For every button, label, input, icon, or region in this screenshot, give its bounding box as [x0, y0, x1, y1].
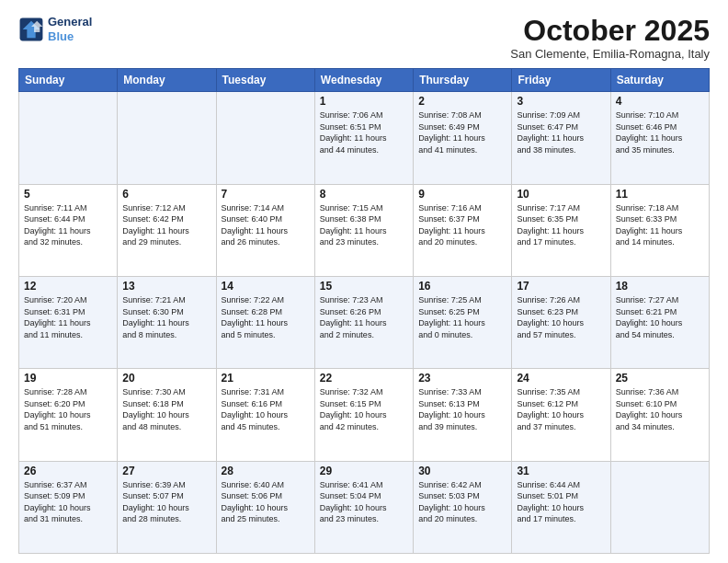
calendar-week-row: 5Sunrise: 7:11 AM Sunset: 6:44 PM Daylig… [19, 184, 710, 276]
calendar-week-row: 12Sunrise: 7:20 AM Sunset: 6:31 PM Dayli… [19, 276, 710, 368]
day-info: Sunrise: 6:41 AM Sunset: 5:04 PM Dayligh… [320, 479, 408, 525]
calendar-cell: 3Sunrise: 7:09 AM Sunset: 6:47 PM Daylig… [512, 92, 610, 184]
day-number: 6 [122, 188, 210, 201]
calendar-cell: 22Sunrise: 7:32 AM Sunset: 6:15 PM Dayli… [314, 369, 413, 461]
day-info: Sunrise: 7:20 AM Sunset: 6:31 PM Dayligh… [24, 294, 112, 340]
day-info: Sunrise: 7:28 AM Sunset: 6:20 PM Dayligh… [24, 386, 112, 432]
day-number: 26 [24, 465, 112, 477]
calendar-header-thursday: Thursday [414, 69, 512, 92]
day-number: 16 [418, 280, 506, 293]
day-info: Sunrise: 7:11 AM Sunset: 6:44 PM Dayligh… [24, 202, 112, 248]
calendar-cell: 4Sunrise: 7:10 AM Sunset: 6:46 PM Daylig… [610, 92, 709, 184]
calendar-week-row: 19Sunrise: 7:28 AM Sunset: 6:20 PM Dayli… [19, 369, 710, 461]
header: General Blue October 2025 San Clemente, … [18, 15, 710, 61]
day-info: Sunrise: 7:06 AM Sunset: 6:51 PM Dayligh… [320, 109, 408, 155]
day-number: 18 [616, 280, 704, 293]
day-number: 14 [222, 280, 310, 293]
day-number: 30 [418, 465, 506, 477]
day-info: Sunrise: 7:31 AM Sunset: 6:16 PM Dayligh… [222, 386, 310, 432]
calendar-cell: 21Sunrise: 7:31 AM Sunset: 6:16 PM Dayli… [216, 369, 314, 461]
month-title: October 2025 [510, 15, 710, 47]
calendar-cell: 12Sunrise: 7:20 AM Sunset: 6:31 PM Dayli… [19, 276, 118, 368]
day-info: Sunrise: 7:08 AM Sunset: 6:49 PM Dayligh… [418, 109, 506, 155]
day-number: 20 [122, 372, 210, 385]
logo-icon [18, 17, 44, 42]
calendar-cell: 17Sunrise: 7:26 AM Sunset: 6:23 PM Dayli… [512, 276, 610, 368]
day-info: Sunrise: 7:15 AM Sunset: 6:38 PM Dayligh… [320, 202, 408, 248]
day-number: 3 [517, 95, 605, 108]
calendar-cell: 19Sunrise: 7:28 AM Sunset: 6:20 PM Dayli… [19, 369, 118, 461]
day-number: 24 [517, 372, 605, 385]
logo: General Blue [18, 15, 92, 43]
calendar-header-sunday: Sunday [19, 69, 118, 92]
day-number: 2 [418, 95, 506, 108]
day-info: Sunrise: 6:39 AM Sunset: 5:07 PM Dayligh… [122, 479, 210, 525]
day-info: Sunrise: 7:12 AM Sunset: 6:42 PM Dayligh… [122, 202, 210, 248]
day-info: Sunrise: 7:16 AM Sunset: 6:37 PM Dayligh… [418, 202, 506, 248]
calendar-cell: 28Sunrise: 6:40 AM Sunset: 5:06 PM Dayli… [216, 461, 314, 553]
calendar-cell: 15Sunrise: 7:23 AM Sunset: 6:26 PM Dayli… [314, 276, 413, 368]
day-number: 9 [418, 188, 506, 201]
calendar-cell: 7Sunrise: 7:14 AM Sunset: 6:40 PM Daylig… [216, 184, 314, 276]
day-number: 25 [616, 372, 704, 385]
day-info: Sunrise: 7:32 AM Sunset: 6:15 PM Dayligh… [320, 386, 408, 432]
calendar-cell [19, 92, 118, 184]
calendar-cell: 8Sunrise: 7:15 AM Sunset: 6:38 PM Daylig… [314, 184, 413, 276]
day-number: 22 [320, 372, 408, 385]
calendar-cell [610, 461, 709, 553]
day-number: 29 [320, 465, 408, 477]
calendar-week-row: 1Sunrise: 7:06 AM Sunset: 6:51 PM Daylig… [19, 92, 710, 184]
calendar-header-saturday: Saturday [610, 69, 709, 92]
day-number: 11 [616, 188, 704, 201]
calendar-cell: 31Sunrise: 6:44 AM Sunset: 5:01 PM Dayli… [512, 461, 610, 553]
day-info: Sunrise: 7:25 AM Sunset: 6:25 PM Dayligh… [418, 294, 506, 340]
calendar-header-friday: Friday [512, 69, 610, 92]
day-info: Sunrise: 7:35 AM Sunset: 6:12 PM Dayligh… [517, 386, 605, 432]
day-info: Sunrise: 7:18 AM Sunset: 6:33 PM Dayligh… [616, 202, 704, 248]
day-info: Sunrise: 6:44 AM Sunset: 5:01 PM Dayligh… [517, 479, 605, 525]
calendar-cell: 26Sunrise: 6:37 AM Sunset: 5:09 PM Dayli… [19, 461, 118, 553]
day-info: Sunrise: 7:36 AM Sunset: 6:10 PM Dayligh… [616, 386, 704, 432]
calendar-cell: 23Sunrise: 7:33 AM Sunset: 6:13 PM Dayli… [414, 369, 512, 461]
day-info: Sunrise: 7:33 AM Sunset: 6:13 PM Dayligh… [418, 386, 506, 432]
day-number: 15 [320, 280, 408, 293]
calendar-cell: 6Sunrise: 7:12 AM Sunset: 6:42 PM Daylig… [118, 184, 216, 276]
calendar-cell: 29Sunrise: 6:41 AM Sunset: 5:04 PM Dayli… [314, 461, 413, 553]
day-info: Sunrise: 7:09 AM Sunset: 6:47 PM Dayligh… [517, 109, 605, 155]
calendar-table: SundayMondayTuesdayWednesdayThursdayFrid… [18, 68, 710, 554]
day-info: Sunrise: 7:26 AM Sunset: 6:23 PM Dayligh… [517, 294, 605, 340]
calendar-week-row: 26Sunrise: 6:37 AM Sunset: 5:09 PM Dayli… [19, 461, 710, 553]
day-number: 28 [222, 465, 310, 477]
calendar-cell: 10Sunrise: 7:17 AM Sunset: 6:35 PM Dayli… [512, 184, 610, 276]
day-number: 27 [122, 465, 210, 477]
day-number: 5 [24, 188, 112, 201]
calendar-cell: 18Sunrise: 7:27 AM Sunset: 6:21 PM Dayli… [610, 276, 709, 368]
page: General Blue October 2025 San Clemente, … [0, 0, 728, 563]
calendar-header-row: SundayMondayTuesdayWednesdayThursdayFrid… [19, 69, 710, 92]
day-number: 31 [517, 465, 605, 477]
day-info: Sunrise: 6:42 AM Sunset: 5:03 PM Dayligh… [418, 479, 506, 525]
calendar-header-wednesday: Wednesday [314, 69, 413, 92]
day-info: Sunrise: 7:21 AM Sunset: 6:30 PM Dayligh… [122, 294, 210, 340]
calendar-cell: 27Sunrise: 6:39 AM Sunset: 5:07 PM Dayli… [118, 461, 216, 553]
calendar-cell: 13Sunrise: 7:21 AM Sunset: 6:30 PM Dayli… [118, 276, 216, 368]
day-info: Sunrise: 6:37 AM Sunset: 5:09 PM Dayligh… [24, 479, 112, 525]
calendar-cell: 24Sunrise: 7:35 AM Sunset: 6:12 PM Dayli… [512, 369, 610, 461]
calendar-cell: 16Sunrise: 7:25 AM Sunset: 6:25 PM Dayli… [414, 276, 512, 368]
day-number: 7 [222, 188, 310, 201]
calendar-header-monday: Monday [118, 69, 216, 92]
day-info: Sunrise: 7:30 AM Sunset: 6:18 PM Dayligh… [122, 386, 210, 432]
day-number: 12 [24, 280, 112, 293]
day-info: Sunrise: 7:22 AM Sunset: 6:28 PM Dayligh… [222, 294, 310, 340]
day-number: 4 [616, 95, 704, 108]
calendar-cell [216, 92, 314, 184]
day-number: 23 [418, 372, 506, 385]
calendar-cell: 9Sunrise: 7:16 AM Sunset: 6:37 PM Daylig… [414, 184, 512, 276]
day-number: 10 [517, 188, 605, 201]
day-number: 17 [517, 280, 605, 293]
calendar-cell [118, 92, 216, 184]
calendar-cell: 2Sunrise: 7:08 AM Sunset: 6:49 PM Daylig… [414, 92, 512, 184]
calendar-cell: 20Sunrise: 7:30 AM Sunset: 6:18 PM Dayli… [118, 369, 216, 461]
day-info: Sunrise: 6:40 AM Sunset: 5:06 PM Dayligh… [222, 479, 310, 525]
calendar-header-tuesday: Tuesday [216, 69, 314, 92]
